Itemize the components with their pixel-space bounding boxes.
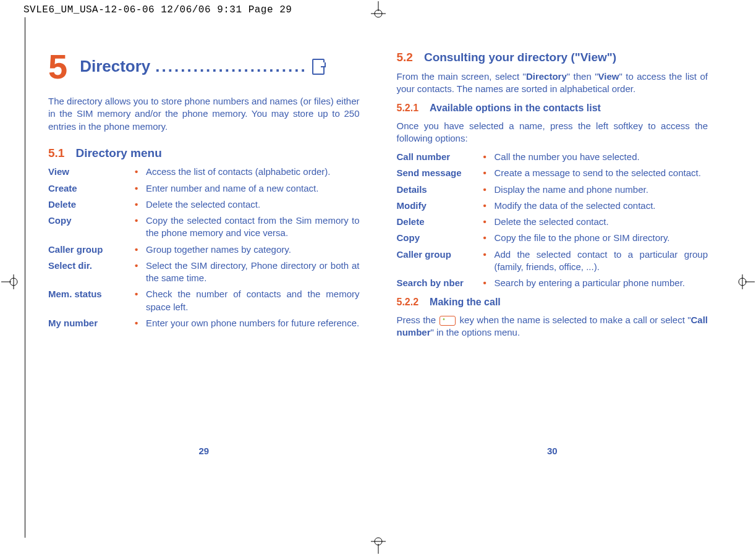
bullet-icon: • [483,167,495,179]
subsection-number: 5.2.1 [397,101,419,115]
menu-row: Select dir.•Select the SIM directory, Ph… [48,260,360,285]
menu-item-description: Delete the selected contact. [146,198,360,211]
menu-item-description: Access the list of contacts (alphabetic … [146,166,360,178]
menu-item-description: Delete the selected contact. [495,216,708,228]
menu-item-label: Search by nber [397,277,483,289]
bullet-icon: • [135,166,146,178]
menu-item-description: Add the selected contact to a particular… [495,248,708,274]
contacts-icon [312,59,325,75]
menu-row: Mem. status•Check the number of contacts… [48,288,360,313]
menu-item-label: Call number [397,151,483,163]
menu-item-description: Copy the file to the phone or SIM direct… [495,232,708,244]
crop-mark-icon [1,269,19,294]
menu-item-label: Caller group [397,248,483,261]
print-header: SVLE6_UM_USA-12-06-06 12/06/06 9:31 Page… [23,4,292,15]
page-left: 5 Directory ........................ The… [48,49,360,519]
bullet-icon: • [483,216,495,228]
bullet-icon: • [483,277,495,289]
bullet-icon: • [483,184,495,196]
menu-item-label: View [48,166,135,178]
menu-item-label: Delete [48,198,135,211]
menu-row: Copy•Copy the file to the phone or SIM d… [397,232,708,244]
subsection-title: Making the call [430,295,501,309]
body-paragraph: Press the key when the name is selected … [397,314,708,339]
section-number: 5.1 [48,145,64,161]
body-paragraph: Once you have selected a name, press the… [397,120,708,145]
crop-mark-icon [366,1,391,19]
intro-paragraph: The directory allows you to store phone … [48,95,360,133]
options-menu-list: Call number•Call the number you have sel… [397,151,708,289]
menu-item-description: Check the number of contacts and the mem… [146,288,360,313]
menu-item-label: Mem. status [48,288,135,300]
directory-menu-list: View•Access the list of contacts (alphab… [48,166,360,329]
menu-item-description: Copy the selected contact from the Sim m… [146,214,360,240]
section-title: Consulting your directory ("View") [424,49,616,66]
bullet-icon: • [135,214,146,227]
menu-item-label: Delete [397,216,483,228]
menu-row: Details•Display the name and phone numbe… [397,184,708,196]
menu-item-label: My number [48,317,135,329]
bullet-icon: • [135,244,146,256]
page-number: 30 [547,445,558,457]
menu-row: Modify•Modify the data of the selected c… [397,200,708,212]
bullet-icon: • [483,248,495,261]
menu-item-description: Modify the data of the selected contact. [495,200,708,212]
bullet-icon: • [483,151,495,163]
menu-item-label: Send message [397,167,483,179]
trim-line-icon [25,17,25,538]
bullet-icon: • [135,317,146,329]
menu-row: Delete•Delete the selected contact. [397,216,708,228]
chapter-leader-dots: ........................ [155,56,307,77]
menu-item-label: Copy [48,214,135,227]
menu-row: My number•Enter your own phone numbers f… [48,317,360,329]
bullet-icon: • [135,288,146,300]
section-number: 5.2 [397,49,413,66]
chapter-number: 5 [48,49,67,84]
menu-item-label: Select dir. [48,260,135,272]
menu-row: Send message•Create a message to send to… [397,167,708,179]
bullet-icon: • [135,198,146,211]
menu-item-description: Group together names by category. [146,244,360,256]
bullet-icon: • [483,232,495,244]
menu-row: View•Access the list of contacts (alphab… [48,166,360,178]
page-number: 29 [198,445,209,457]
menu-row: Caller group•Add the selected contact to… [397,248,708,274]
subsection-number: 5.2.2 [397,295,419,309]
chapter-title-text: Directory [80,56,150,77]
menu-row: Delete•Delete the selected contact. [48,198,360,211]
menu-item-label: Caller group [48,244,135,256]
menu-item-label: Modify [397,200,483,212]
crop-mark-icon [366,536,391,554]
bullet-icon: • [135,182,146,195]
menu-row: Copy•Copy the selected contact from the … [48,214,360,240]
menu-item-description: Enter your own phone numbers for future … [146,317,360,329]
body-paragraph: From the main screen, select "Directory"… [397,70,708,96]
menu-item-description: Select the SIM directory, Phone director… [146,260,360,285]
crop-mark-icon [737,269,755,294]
menu-item-description: Display the name and phone number. [495,184,708,196]
menu-row: Search by nber•Search by entering a part… [397,277,708,289]
menu-item-description: Search by entering a particular phone nu… [495,277,708,289]
menu-row: Caller group•Group together names by cat… [48,244,360,256]
page-right: 5.2 Consulting your directory ("View") F… [397,49,708,519]
bullet-icon: • [135,260,146,272]
menu-item-label: Details [397,184,483,196]
menu-item-label: Create [48,182,135,195]
menu-item-label: Copy [397,232,483,244]
menu-item-description: Call the number you have selected. [495,151,708,163]
section-title: Directory menu [75,145,161,161]
menu-row: Call number•Call the number you have sel… [397,151,708,163]
menu-item-description: Enter number and name of a new contact. [146,182,360,195]
call-key-icon [440,316,456,326]
subsection-title: Available options in the contacts list [430,101,601,115]
bullet-icon: • [483,200,495,212]
menu-item-description: Create a message to send to the selected… [495,167,708,179]
menu-row: Create•Enter number and name of a new co… [48,182,360,195]
